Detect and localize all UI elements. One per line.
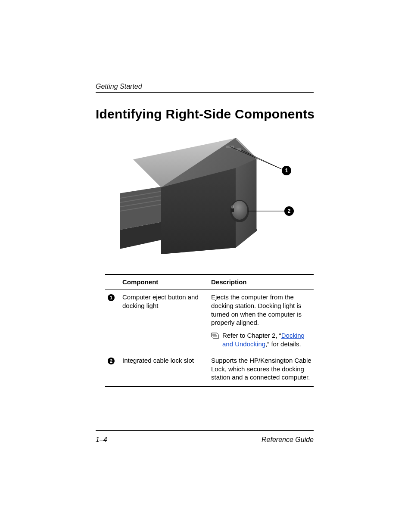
- callout-2: 2: [284, 206, 294, 216]
- component-name: Computer eject button and docking light: [122, 293, 211, 348]
- product-illustration: 1 2: [120, 134, 298, 258]
- note: Refer to Chapter 2, “Docking and Undocki…: [211, 331, 313, 348]
- note-text: Refer to Chapter 2, “Docking and Undocki…: [222, 331, 313, 348]
- component-description: Ejects the computer from the docking sta…: [211, 293, 313, 327]
- book-title: Reference Guide: [262, 436, 314, 444]
- header-rule: [96, 92, 314, 93]
- svg-text:2: 2: [288, 208, 291, 214]
- footer-rule: [96, 430, 314, 431]
- svg-text:1: 1: [285, 168, 288, 174]
- svg-point-11: [232, 201, 247, 220]
- document-page: Getting Started Identifying Right-Side C…: [0, 0, 411, 532]
- callout-1: 1: [282, 166, 291, 175]
- table-header-description: Description: [211, 278, 313, 286]
- page-number: 1–4: [96, 436, 107, 444]
- table-header-row: Component Description: [105, 275, 314, 289]
- running-head: Getting Started: [96, 83, 142, 90]
- component-table: Component Description 1 Computer eject b…: [105, 274, 314, 387]
- row-number-badge: 1: [108, 294, 115, 301]
- note-icon: [211, 331, 219, 348]
- row-number-badge: 2: [108, 358, 115, 364]
- table-row: 1 Computer eject button and docking ligh…: [105, 289, 314, 353]
- table-bottom-rule: [105, 386, 314, 387]
- component-description: Supports the HP/Kensington Cable Lock, w…: [211, 356, 313, 382]
- table-row: 2 Integrated cable lock slot Supports th…: [105, 353, 314, 386]
- component-name: Integrated cable lock slot: [122, 356, 211, 382]
- page-title: Identifying Right-Side Components: [96, 107, 314, 121]
- table-header-component: Component: [122, 278, 211, 286]
